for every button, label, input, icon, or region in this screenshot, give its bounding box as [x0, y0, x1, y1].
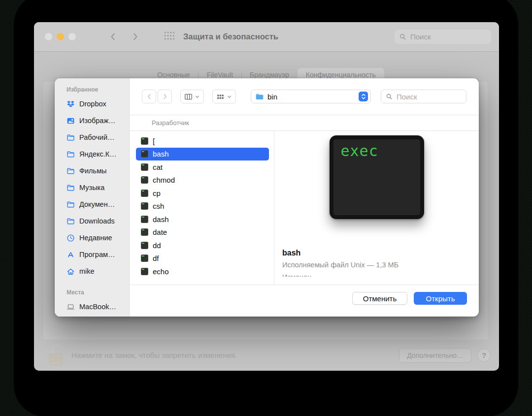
dialog-footer: Отменить Открыть	[130, 285, 479, 317]
executable-file-icon	[141, 137, 148, 145]
column-header: Разработчик	[130, 115, 479, 131]
location-stepper[interactable]	[359, 92, 368, 101]
file-name: cat	[153, 163, 163, 171]
unlocked-padlock-icon[interactable]	[47, 341, 65, 367]
folder-icon	[66, 184, 75, 192]
sidebar-item-label: Downloads	[79, 217, 115, 225]
forward-icon[interactable]	[131, 32, 140, 41]
file-open-dialog: Избранное Dropbox Изображ… Рабочий…	[55, 78, 479, 317]
group-grid-icon	[216, 93, 225, 101]
sidebar-item-label: Музыка	[79, 184, 104, 192]
dialog-search-input[interactable]	[396, 92, 462, 101]
column-view-button[interactable]	[180, 90, 204, 103]
sidebar-item-label: Изображ…	[79, 117, 116, 125]
open-button[interactable]: Открыть	[414, 292, 467, 305]
laptop-icon	[66, 303, 75, 311]
window-title: Защита и безопасность	[183, 32, 278, 41]
zoom-window-button[interactable]	[68, 33, 76, 40]
search-icon	[386, 93, 393, 100]
file-row[interactable]: cp	[136, 187, 269, 200]
sidebar-item[interactable]: MacBook…	[55, 298, 129, 315]
file-row[interactable]: chmod	[136, 174, 269, 187]
file-row[interactable]: csh	[136, 200, 269, 213]
folder-icon	[66, 167, 75, 175]
minimize-window-button[interactable]	[57, 33, 64, 40]
sidebar-item-label: Dropbox	[79, 100, 106, 108]
executable-preview-icon: exec	[330, 135, 424, 219]
apps-grid-icon	[164, 31, 175, 40]
show-all-button[interactable]	[164, 31, 175, 42]
chevron-right-icon	[162, 93, 168, 100]
back-icon[interactable]	[108, 32, 118, 41]
sidebar-item[interactable]: mike	[55, 263, 129, 280]
file-name: dash	[153, 215, 169, 224]
folder-icon	[66, 200, 75, 209]
file-row[interactable]: df	[136, 252, 269, 265]
file-row[interactable]: bash	[136, 148, 269, 161]
sidebar-item-label: mike	[79, 267, 95, 275]
column-header-label: Разработчик	[152, 119, 189, 127]
help-button[interactable]: ?	[477, 349, 491, 362]
file-list: [ bash cat chmod	[130, 131, 274, 285]
advanced-button[interactable]: Дополнительно…	[399, 348, 471, 363]
file-row[interactable]: echo	[136, 265, 269, 278]
executable-file-icon	[141, 216, 148, 223]
sidebar-item-label: Рабочий…	[79, 133, 115, 141]
sidebar-item-label: Недавние	[79, 234, 112, 242]
location-dropdown[interactable]: bin	[251, 90, 371, 103]
executable-file-icon	[141, 163, 148, 171]
sidebar-item[interactable]: Програм…	[55, 246, 129, 263]
group-view-button[interactable]	[212, 90, 236, 103]
executable-file-icon	[141, 242, 148, 249]
sidebar-item[interactable]: Изображ…	[55, 112, 129, 129]
preferences-search-input[interactable]	[409, 32, 487, 41]
sidebar-item[interactable]: Недавние	[55, 229, 129, 246]
search-icon	[399, 33, 406, 40]
location-label: bin	[267, 93, 277, 101]
sidebar-item-label: Докумен…	[79, 200, 115, 208]
chevron-down-icon	[227, 94, 232, 99]
folder-icon	[66, 133, 75, 142]
file-row[interactable]: dash	[136, 213, 269, 226]
sidebar-item[interactable]: Яндекс.К…	[55, 146, 129, 162]
home-icon	[66, 267, 75, 276]
executable-file-icon	[141, 268, 148, 275]
preview-file-name: bash	[282, 249, 399, 257]
dialog-toolbar: bin	[130, 78, 479, 115]
traffic-lights	[45, 33, 76, 40]
cancel-button[interactable]: Отменить	[352, 292, 407, 305]
file-row[interactable]: [	[136, 134, 269, 148]
file-name: cp	[153, 189, 161, 197]
dialog-search-field[interactable]	[381, 90, 466, 103]
exec-icon-label: exec	[341, 142, 378, 160]
forward-button[interactable]	[158, 90, 172, 103]
dialog-sidebar: Избранное Dropbox Изображ… Рабочий…	[55, 78, 130, 317]
chevron-left-icon	[146, 93, 153, 100]
dialog-main: bin Разработчик [	[130, 78, 479, 317]
executable-file-icon	[141, 190, 148, 197]
sidebar-section-favorites: Избранное	[66, 86, 129, 93]
file-name: [	[153, 137, 155, 145]
sidebar-item[interactable]: Фильмы	[55, 162, 129, 179]
sidebar-item[interactable]: Dropbox	[55, 96, 129, 112]
sidebar-item[interactable]: Рабочий…	[55, 129, 129, 146]
preferences-search-field[interactable]	[395, 30, 491, 44]
sidebar-item[interactable]: Музыка	[55, 179, 129, 196]
file-name: df	[153, 254, 159, 262]
file-row[interactable]: dd	[136, 239, 269, 252]
file-row[interactable]: cat	[136, 160, 269, 174]
sidebar-item[interactable]: Downloads	[55, 213, 129, 229]
file-name: echo	[153, 267, 169, 276]
images-icon	[66, 117, 75, 125]
file-row[interactable]: date	[136, 226, 269, 239]
back-button[interactable]	[142, 90, 156, 103]
clock-icon	[66, 234, 75, 242]
sidebar-places-list: MacBook…	[55, 298, 129, 315]
folder-icon	[255, 92, 264, 101]
sidebar-item[interactable]: Докумен…	[55, 196, 129, 213]
chevron-down-icon	[195, 94, 200, 99]
close-window-button[interactable]	[45, 33, 52, 40]
file-name: csh	[153, 202, 164, 210]
lock-hint-text: Нажмите на замок, чтобы запретить измене…	[71, 351, 237, 359]
preferences-bottom-bar: Нажмите на замок, чтобы запретить измене…	[34, 340, 499, 371]
